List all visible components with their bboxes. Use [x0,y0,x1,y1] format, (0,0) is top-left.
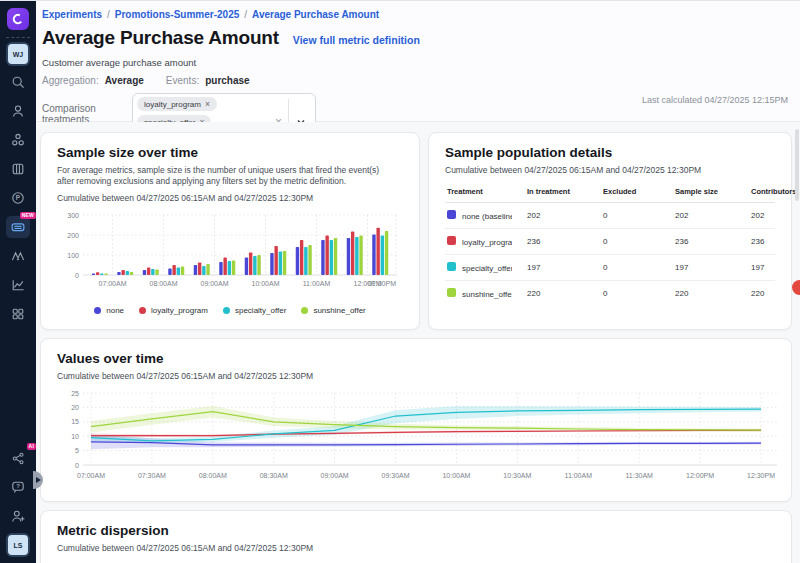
svg-text:10:30AM: 10:30AM [503,472,531,479]
svg-text:P: P [16,194,21,201]
experiments-icon[interactable]: NEW [6,216,30,238]
svg-text:01:00PM: 01:00PM [368,280,396,287]
ai-badge: AI [27,443,36,450]
chip-loyalty-program[interactable]: loyalty_program × [137,97,217,111]
cell-sample-size: 220 [673,281,749,307]
chip-remove-icon[interactable]: × [205,99,210,109]
treatment-swatch [447,236,456,245]
search-icon[interactable] [6,71,30,93]
values-title: Values over time [57,351,775,366]
page-header: Experiments / Promotions-Summer-2025 / A… [36,1,800,122]
workspace-avatar[interactable]: WJ [8,44,28,64]
svg-text:100: 100 [67,251,79,258]
svg-text:12:00PM: 12:00PM [686,472,714,479]
catalog-icon[interactable] [6,158,30,180]
breadcrumb: Experiments / Promotions-Summer-2025 / A… [42,9,788,20]
legend-dot [301,307,308,314]
col-excluded: Excluded [601,184,673,203]
holdouts-icon[interactable] [6,245,30,267]
population-card: Sample population details Cumulative bet… [428,132,792,330]
table-row: specialty_offer 197 0 197 197 [445,255,775,281]
treatment-swatch [447,210,456,219]
treatment-name: none (baseline) [462,212,512,221]
cell-in-treatment: 197 [525,255,601,281]
values-chart: 051015202507:00AM07:30AM08:00AM08:30AM09… [57,387,775,501]
cell-excluded: 0 [601,255,673,281]
svg-text:07:00AM: 07:00AM [77,472,105,479]
values-range: Cumulative between 04/27/2025 06:15AM an… [57,371,775,381]
cell-sample-size: 236 [673,229,749,255]
breadcrumb-experiments[interactable]: Experiments [42,9,102,20]
statsig-logo[interactable] [7,8,29,30]
aggregation-value: Average [105,75,144,86]
handle-arrow-icon [36,477,41,483]
cell-in-treatment: 220 [525,281,601,307]
treatment-swatch [447,262,456,271]
pulse-icon[interactable]: P [6,187,30,209]
events-label: Events: [166,75,199,86]
table-row: loyalty_program 236 0 236 236 [445,229,775,255]
legend-dot [223,307,230,314]
svg-text:08:00AM: 08:00AM [149,280,177,287]
breadcrumb-experiment-name[interactable]: Promotions-Summer-2025 [115,9,239,20]
legend-label: specialty_offer [235,306,286,315]
sample-size-title: Sample size over time [57,145,403,160]
dispersion-title: Metric dispersion [57,523,775,538]
aggregation-label: Aggregation: [42,75,99,86]
table-row: sunshine_offer 220 0 220 220 [445,281,775,307]
page-title: Average Purchase Amount [42,27,279,49]
svg-text:08:00AM: 08:00AM [199,472,227,479]
user-avatar[interactable]: LS [8,535,28,555]
treatment-name: loyalty_program [462,238,512,247]
legend-sunshine-offer[interactable]: sunshine_offer [301,306,365,315]
cell-excluded: 0 [601,281,673,307]
cell-in-treatment: 202 [525,203,601,229]
svg-text:09:00AM: 09:00AM [200,280,228,287]
svg-text:20: 20 [71,404,79,411]
breadcrumb-separator: / [244,9,247,20]
treatment-name: specialty_offer [462,264,512,273]
legend-none[interactable]: none [94,306,124,315]
events-value: purchase [205,75,249,86]
dispersion-range: Cumulative between 04/27/2025 06:15AM an… [57,543,775,553]
scrollbar-thumb[interactable] [795,129,799,201]
legend-dot [139,307,146,314]
cell-excluded: 0 [601,203,673,229]
legend-loyalty-program[interactable]: loyalty_program [139,306,208,315]
metric-description: Customer average purchase amount [42,57,788,68]
svg-text:12:30PM: 12:30PM [747,472,775,479]
users-icon[interactable] [6,100,30,122]
cell-contributors: 220 [749,281,775,307]
svg-text:10:00AM: 10:00AM [251,280,279,287]
view-metric-definition-link[interactable]: View full metric definition [293,34,420,46]
legend-dot [94,307,101,314]
col-in-treatment: In treatment [525,184,601,203]
svg-text:07:30AM: 07:30AM [138,472,166,479]
aggregation-row: Aggregation: Average Events: purchase [42,75,788,86]
ai-assistant-icon[interactable]: AI [6,447,30,469]
cell-contributors: 236 [749,229,775,255]
legend-label: none [106,306,124,315]
help-icon[interactable]: ? [6,476,30,498]
dispersion-card: Metric dispersion Cumulative between 04/… [40,510,792,563]
svg-text:25: 25 [71,390,79,397]
segments-icon[interactable] [6,129,30,151]
breadcrumb-metric-name[interactable]: Average Purchase Amount [252,9,379,20]
app-root: WJ P [0,0,800,563]
chip-label: loyalty_program [144,100,201,109]
invite-user-icon[interactable] [6,505,30,527]
svg-text:0: 0 [75,271,79,278]
svg-text:09:00AM: 09:00AM [321,472,349,479]
sidebar: WJ P [0,1,36,563]
population-range: Cumulative between 04/27/2025 06:15AM an… [445,165,775,175]
treatment-name: sunshine_offer [462,290,512,299]
metrics-icon[interactable] [6,274,30,296]
table-row: none (baseline) 202 0 202 202 [445,203,775,229]
values-card: Values over time Cumulative between 04/2… [40,338,792,502]
svg-text:07:00AM: 07:00AM [98,280,126,287]
cell-sample-size: 197 [673,255,749,281]
legend-specialty-offer[interactable]: specialty_offer [223,306,286,315]
notification-beacon[interactable] [792,280,800,295]
legend-label: loyalty_program [151,306,208,315]
dashboards-icon[interactable] [6,303,30,325]
